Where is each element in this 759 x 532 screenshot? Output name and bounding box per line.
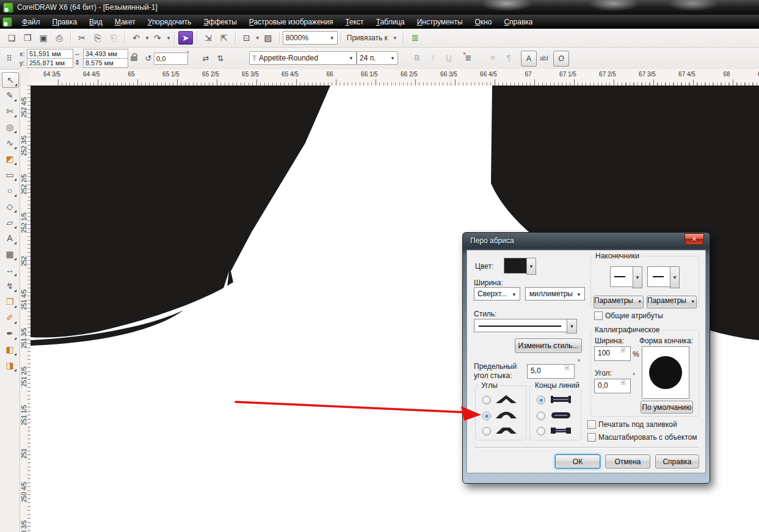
undo-icon[interactable]: ↶ [129,31,143,45]
end-arrowhead-options-button[interactable]: Параметры ▼ [647,296,697,308]
snap-to-dropdown[interactable]: Привязать к▼ [344,34,400,42]
rotation-angle-field[interactable]: 0,0 [154,53,188,65]
color-dropdown-arrow-icon[interactable]: ▼ [526,258,536,275]
corner-round-radio[interactable] [482,412,491,420]
import-icon[interactable]: ⇲ [201,31,216,45]
bold-button[interactable]: B [410,51,424,64]
blend-tool[interactable]: ❒ [2,294,18,309]
crop-tool[interactable]: ✄ [2,104,18,118]
menu-item-файл[interactable]: Файл [16,16,46,28]
text-tool[interactable]: А [2,231,18,246]
end-arrowhead-combo[interactable] [647,266,671,287]
pick-tool[interactable]: ↖ [2,72,19,88]
snap-dropdown-arrow-icon[interactable]: ▼ [393,35,398,41]
share-attributes-checkbox[interactable] [594,312,603,320]
print-icon[interactable]: ⎙ [52,31,67,45]
ellipse-tool[interactable]: ○ [2,183,18,198]
edit-text-button[interactable]: abI [537,51,551,65]
interactive-text-button[interactable]: A [521,51,537,67]
cut-icon[interactable]: ✂ [74,31,89,45]
font-list-combo[interactable]: 𝕋 Appetite-Rounded ▼ [249,51,357,65]
spin-down-icon[interactable]: ▼ [621,380,625,385]
cap-butt-radio[interactable] [537,396,545,404]
close-icon[interactable]: ✕ [685,233,704,245]
start-arrowhead-combo[interactable] [610,266,634,287]
spin-down-icon[interactable]: ▼ [621,348,625,352]
width-units-combo[interactable]: миллиметры ▼ [525,287,585,301]
cal-width-spinner[interactable]: 100 ▲▼ [594,346,631,361]
menu-item-эффекты[interactable]: Эффекты [197,16,243,28]
cap-square-radio[interactable] [537,427,545,435]
font-size-combo[interactable]: 24 п. ▼ [357,51,398,65]
spin-down-icon[interactable]: ▼ [565,365,569,370]
application-launcher-icon[interactable]: ⊡ [239,31,254,45]
cancel-button[interactable]: Отмена [605,454,650,468]
dimension-tool[interactable]: ↔ [2,263,18,277]
redo-dropdown-arrow-icon[interactable]: ▼ [166,35,171,41]
redo-icon[interactable]: ↷ [150,31,165,45]
menu-item-вид[interactable]: Вид [83,16,109,28]
scale-with-object-checkbox[interactable] [587,433,596,442]
italic-button[interactable]: I [426,51,440,64]
behind-fill-checkbox[interactable] [587,420,596,429]
connector-tool[interactable]: ↯ [2,279,18,293]
object-height-field[interactable]: 8,575 мм [83,58,128,68]
horizontal-ruler[interactable]: ⁘ 64 3/564 4/56565 1/565 2/565 3/565 4/5… [31,69,759,86]
help-button[interactable]: Справка [655,454,699,468]
x-position-field[interactable]: 51,591 мм [27,49,73,59]
menu-item-упорядочить[interactable]: Упорядочить [142,16,197,28]
drop-cap-icon[interactable]: ¶ [502,51,515,64]
mirror-vertical-icon[interactable]: ⇅ [214,51,227,65]
end-arrowhead-arrow-icon[interactable]: ▼ [670,266,680,288]
table-tool[interactable]: ▦ [2,247,18,261]
start-arrowhead-options-button[interactable]: Параметры ▼ [594,296,644,308]
smart-fill-tool[interactable]: ◩ [2,151,18,166]
menu-item-макет[interactable]: Макет [109,16,142,28]
options-icon[interactable]: ≣ [407,31,422,45]
new-document-icon[interactable]: ❏ [4,31,19,45]
open-icon[interactable]: ❒ [20,31,35,45]
nib-shape-preview[interactable] [642,346,689,399]
basic-shapes-tool[interactable]: ▱ [2,215,18,230]
zoom-tool[interactable]: ◎ [2,120,18,134]
search-content-icon[interactable]: ➤ [178,31,193,45]
text-alignment-icon[interactable]: ≣✕ [462,51,475,64]
ok-button[interactable]: ОК [555,454,600,468]
welcome-screen-icon[interactable]: ▨ [261,31,275,45]
menu-item-справка[interactable]: Справка [498,16,539,28]
underline-button[interactable]: U [442,51,456,64]
cap-round-radio[interactable] [537,412,545,420]
style-dropdown-arrow-icon[interactable]: ▼ [567,319,577,333]
cal-angle-spinner[interactable]: 0,0 ▲▼ [594,379,631,393]
menu-item-правка[interactable]: Правка [46,16,84,28]
outline-pen-tool[interactable]: ✒ [2,326,18,341]
style-line-preview[interactable] [474,319,568,332]
copy-icon[interactable]: ⎘ [90,31,105,45]
font-size-arrow-icon[interactable]: ▼ [387,56,395,61]
width-value-combo[interactable]: Сверхт... ▼ [474,287,520,301]
menu-item-окно[interactable]: Окно [469,16,498,28]
zoom-combo-arrow-icon[interactable]: ▼ [326,35,335,41]
start-arrowhead-arrow-icon[interactable]: ▼ [633,266,642,288]
mirror-horizontal-icon[interactable]: ⇄ [199,51,212,65]
vertical-ruler[interactable]: 252 4/5252 3/5252 2/5252 1/5252251 4/525… [20,86,31,532]
outline-color-swatch[interactable] [504,258,528,274]
outline-letter-button[interactable]: O [553,51,569,67]
corner-bevel-radio[interactable] [482,427,491,435]
font-combo-arrow-icon[interactable]: ▼ [345,56,354,61]
y-position-field[interactable]: 255,871 мм [27,58,73,68]
lock-ratio-icon[interactable] [131,56,137,61]
save-icon[interactable]: ▣ [36,31,51,45]
eyedropper-tool[interactable]: ✐ [2,310,18,325]
fill-tool[interactable]: ◧ [2,342,18,357]
interactive-fill-tool[interactable]: ◨ [2,358,18,373]
edit-style-button[interactable]: Изменить стиль... [515,338,582,353]
application-launcher-dropdown-arrow-icon[interactable]: ▼ [255,35,260,41]
menu-item-растровые изображения[interactable]: Растровые изображения [243,16,340,28]
object-width-field[interactable]: 34,493 мм [83,49,128,59]
menu-item-текст[interactable]: Текст [339,16,369,28]
default-button[interactable]: По умолчанию [641,401,693,414]
export-icon[interactable]: ⇱ [217,31,231,45]
bulleted-list-icon[interactable]: ≡ [486,51,499,64]
freehand-tool[interactable]: ∿ [2,136,18,150]
